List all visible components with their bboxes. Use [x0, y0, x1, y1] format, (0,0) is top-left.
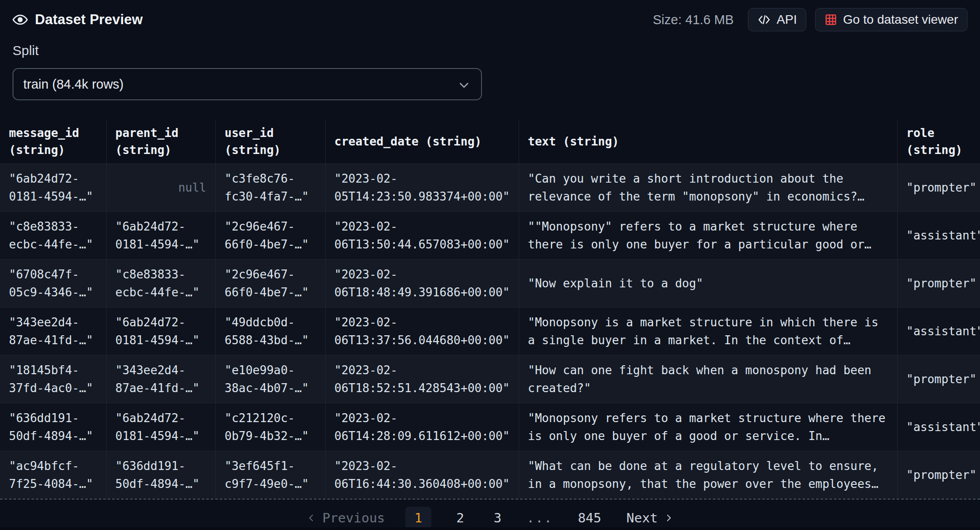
table-row: "c8e83833-ecbc-44fe-…" "6ab24d72-0181-45… [0, 211, 980, 259]
cell-user-id: "2c96e467-66f0-4be7-…" [215, 211, 325, 259]
cell-message-id: "18145bf4-37fd-4ac0-…" [0, 355, 106, 403]
cell-user-id: "49ddcb0d-6588-43bd-…" [215, 307, 325, 355]
split-select[interactable]: train (84.4k rows) [13, 68, 482, 100]
cell-message-id: "6708c47f-05c9-4346-…" [0, 259, 106, 307]
column-header-role: role (string) [897, 120, 980, 163]
table-row: "636dd191-50df-4894-…" "6ab24d72-0181-45… [0, 403, 980, 451]
cell-parent-id: "c8e83833-ecbc-44fe-…" [106, 259, 215, 307]
cell-created-date: "2023-02-06T13:37:56.044680+00:00" [325, 307, 519, 355]
cell-created-date: "2023-02-06T18:48:49.391686+00:00" [325, 259, 519, 307]
page-button-3[interactable]: 3 [489, 507, 506, 529]
cell-role: "assistant" [897, 307, 980, 355]
api-button[interactable]: API [748, 8, 806, 31]
cell-message-id: "636dd191-50df-4894-…" [0, 403, 106, 451]
page-button-845[interactable]: 845 [573, 507, 606, 529]
cell-created-date: "2023-02-06T14:28:09.611612+00:00" [325, 403, 519, 451]
dataset-size-label: Size: 41.6 MB [653, 13, 734, 27]
cell-user-id: "e10e99a0-38ac-4b07-…" [215, 355, 325, 403]
eye-icon [13, 12, 28, 27]
cell-role: "prompter" [897, 163, 980, 211]
column-header-created-date: created_date (string) [325, 120, 519, 163]
table-row: "ac94bfcf-7f25-4084-…" "636dd191-50df-48… [0, 451, 980, 499]
top-right-actions: Size: 41.6 MB API Go to dataset viewer [653, 8, 967, 31]
title-group: Dataset Preview [13, 12, 143, 28]
cell-created-date: "2023-02-05T14:23:50.983374+00:00" [325, 163, 519, 211]
top-bar: Dataset Preview Size: 41.6 MB API Go to … [0, 0, 980, 34]
page-ellipsis: ... [527, 510, 553, 526]
bottom-edge-strip [0, 527, 980, 530]
split-section: Split train (84.4k rows) [0, 34, 980, 100]
cell-parent-id: "636dd191-50df-4894-…" [106, 451, 215, 499]
cell-role: "prompter" [897, 259, 980, 307]
cell-text: "Can you write a short introduction abou… [519, 163, 897, 211]
cell-text: "Now explain it to a dog" [519, 259, 897, 307]
table-row: "343ee2d4-87ae-41fd-…" "6ab24d72-0181-45… [0, 307, 980, 355]
cell-text: "Monopsony refers to a market structure … [519, 403, 897, 451]
cell-role: "prompter" [897, 355, 980, 403]
chevron-left-icon [306, 511, 316, 525]
column-header-user-id: user_id (string) [215, 120, 325, 163]
column-header-message-id: message_id (string) [0, 120, 106, 163]
cell-created-date: "2023-02-06T16:44:30.360408+00:00" [325, 451, 519, 499]
page-button-1[interactable]: 1 [405, 507, 431, 529]
cell-text: "What can be done at a regulatory level … [519, 451, 897, 499]
cell-user-id: "3ef645f1-c9f7-49e0-…" [215, 451, 325, 499]
cell-created-date: "2023-02-06T13:50:44.657083+00:00" [325, 211, 519, 259]
table-header-row: message_id (string) parent_id (string) u… [0, 120, 980, 163]
cell-user-id: "c212120c-0b79-4b32-…" [215, 403, 325, 451]
next-label: Next [627, 510, 658, 526]
table-row: "6708c47f-05c9-4346-…" "c8e83833-ecbc-44… [0, 259, 980, 307]
next-page-button[interactable]: Next [627, 510, 674, 526]
page-title: Dataset Preview [35, 12, 143, 28]
go-to-dataset-viewer-button[interactable]: Go to dataset viewer [815, 8, 967, 31]
previous-page-button[interactable]: Previous [306, 510, 385, 526]
cell-message-id: "c8e83833-ecbc-44fe-…" [0, 211, 106, 259]
table-row: "18145bf4-37fd-4ac0-…" "343ee2d4-87ae-41… [0, 355, 980, 403]
cell-message-id: "6ab24d72-0181-4594-…" [0, 163, 106, 211]
cell-parent-id: null [106, 163, 215, 211]
cell-role: "assistant" [897, 211, 980, 259]
table-row: "6ab24d72-0181-4594-…" null "c3fe8c76-fc… [0, 163, 980, 211]
cell-parent-id: "343ee2d4-87ae-41fd-…" [106, 355, 215, 403]
dataset-table: message_id (string) parent_id (string) u… [0, 120, 980, 499]
cell-parent-id: "6ab24d72-0181-4594-…" [106, 211, 215, 259]
api-button-label: API [777, 13, 797, 27]
page-button-2[interactable]: 2 [452, 507, 469, 529]
split-label: Split [13, 43, 967, 58]
cell-text: ""Monopsony" refers to a market structur… [519, 211, 897, 259]
pagination: Previous 1 2 3 ... 845 Next [0, 500, 980, 530]
cell-parent-id: "6ab24d72-0181-4594-…" [106, 307, 215, 355]
chevron-right-icon [664, 511, 674, 525]
cell-user-id: "2c96e467-66f0-4be7-…" [215, 259, 325, 307]
cell-user-id: "c3fe8c76-fc30-4fa7-…" [215, 163, 325, 211]
column-header-text: text (string) [519, 120, 897, 163]
cell-parent-id: "6ab24d72-0181-4594-…" [106, 403, 215, 451]
column-header-parent-id: parent_id (string) [106, 120, 215, 163]
cell-role: "assistant" [897, 403, 980, 451]
table-grid-icon [825, 13, 837, 26]
previous-label: Previous [322, 510, 385, 526]
cell-text: "How can one fight back when a monospony… [519, 355, 897, 403]
dataset-table-container: message_id (string) parent_id (string) u… [0, 120, 980, 500]
cell-text: "Monopsony is a market structure in whic… [519, 307, 897, 355]
split-select-value: train (84.4k rows) [13, 77, 124, 92]
cell-role: "prompter" [897, 451, 980, 499]
cell-message-id: "343ee2d4-87ae-41fd-…" [0, 307, 106, 355]
chevron-down-icon [458, 79, 470, 91]
viewer-button-label: Go to dataset viewer [843, 13, 958, 27]
cell-message-id: "ac94bfcf-7f25-4084-…" [0, 451, 106, 499]
cell-created-date: "2023-02-06T18:52:51.428543+00:00" [325, 355, 519, 403]
code-icon [757, 13, 771, 26]
